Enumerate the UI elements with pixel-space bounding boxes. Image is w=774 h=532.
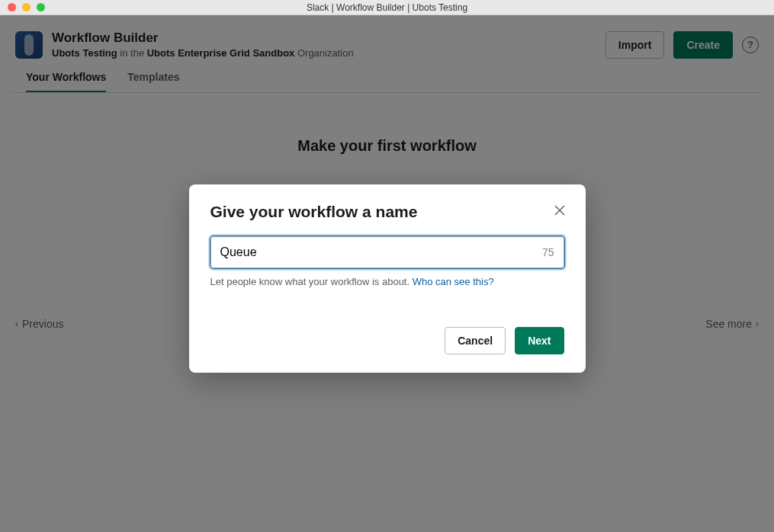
x-icon xyxy=(554,205,565,216)
close-window-button[interactable] xyxy=(8,3,16,11)
modal-actions: Cancel Next xyxy=(210,327,564,354)
maximize-window-button[interactable] xyxy=(37,3,45,11)
helper-text: Let people know what your workflow is ab… xyxy=(210,276,564,287)
window-title: Slack | Workflow Builder | Ubots Testing xyxy=(307,2,467,13)
helper-plain: Let people know what your workflow is ab… xyxy=(210,276,413,287)
cancel-button[interactable]: Cancel xyxy=(445,327,506,354)
name-workflow-modal: Give your workflow a name 75 Let people … xyxy=(189,184,586,373)
minimize-window-button[interactable] xyxy=(22,3,31,11)
workflow-name-input[interactable] xyxy=(211,237,564,268)
who-can-see-link[interactable]: Who can see this? xyxy=(413,276,494,287)
char-count: 75 xyxy=(542,246,554,258)
modal-title: Give your workflow a name xyxy=(210,203,564,221)
window-titlebar: Slack | Workflow Builder | Ubots Testing xyxy=(0,0,774,15)
next-button[interactable]: Next xyxy=(515,327,564,354)
traffic-lights xyxy=(0,3,45,11)
close-icon[interactable] xyxy=(551,201,569,220)
workflow-name-input-wrap: 75 xyxy=(210,236,564,268)
modal-overlay[interactable]: Give your workflow a name 75 Let people … xyxy=(0,15,774,532)
